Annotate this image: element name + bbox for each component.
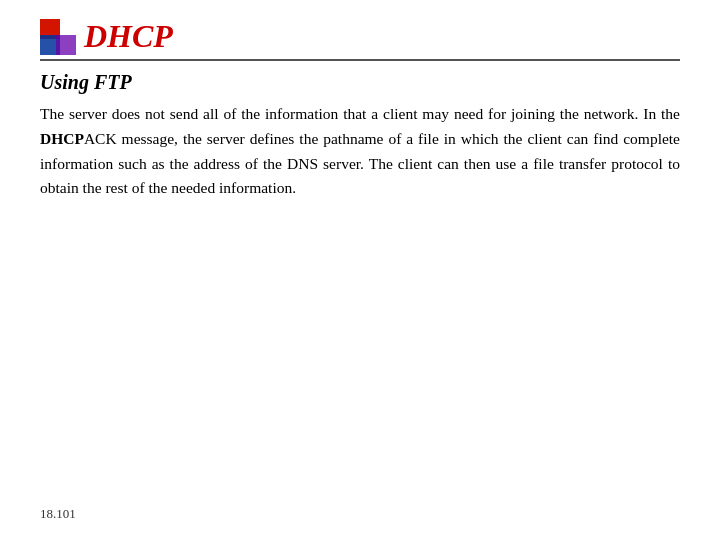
page-title: DHCP [84,18,173,55]
body-text-part1: The server does not send all of the info… [40,105,680,122]
page-number: 18.101 [40,506,76,522]
logo-icon [40,19,76,55]
square-combo [56,35,76,55]
dhcp-bold-text: DHCP [40,130,84,147]
body-text: The server does not send all of the info… [40,102,680,201]
page-container: DHCP Using FTP The server does not send … [0,0,720,540]
body-text-part2: ACK message, the server defines the path… [40,130,680,197]
section-subtitle: Using FTP [40,71,680,94]
logo-squares [40,19,76,55]
header-area: DHCP [40,18,680,61]
